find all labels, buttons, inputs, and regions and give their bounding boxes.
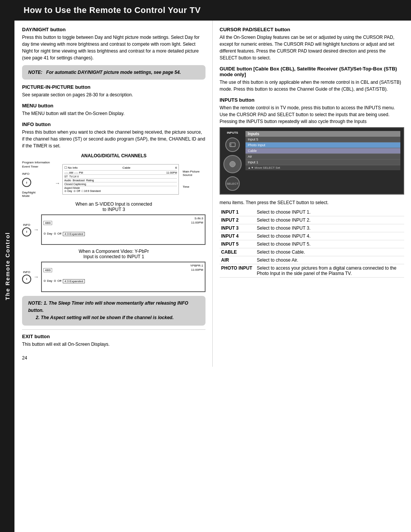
main-pic-label: Main PictureSource xyxy=(183,170,199,177)
note1-label: NOTE: xyxy=(28,70,42,75)
component-input-label: YPBPR-1 xyxy=(190,264,203,267)
inputs-button-body: When the remote control is in TV mode, p… xyxy=(220,104,404,125)
table-row: CABLESelect to choose Cable. xyxy=(220,248,404,256)
component-display: YPBPR-1 480i 11:00PM ⊙ Day ⊙ Off 4:3 Exp… xyxy=(41,262,206,292)
guide-body: The use of this button is only applicabl… xyxy=(220,79,404,93)
select-label: SELECT xyxy=(226,182,238,185)
inputs-menu-footer: ▲▼ Move SELECT Set xyxy=(245,165,400,170)
input-value: Select to choose Cable. xyxy=(255,248,404,256)
guide-title: GUIDE button [Cable Box (CBL), Satellite… xyxy=(220,66,404,77)
tv14v-label: TV-14 V xyxy=(69,175,79,178)
menu-item-4[interactable]: Input 1 xyxy=(245,160,400,165)
svideo-title-line2: to INPUT 3 xyxy=(102,207,125,212)
component-title-line1: When a Component Video: Y-PbPr xyxy=(79,249,149,254)
analog-diagram: Program Information Event Timer INFO i D… xyxy=(22,161,206,198)
menu-item-3[interactable]: Air xyxy=(245,154,400,160)
inputs-menu-title: Inputs xyxy=(245,131,400,137)
table-row: INPUT 5Select to choose INPUT 5. xyxy=(220,240,404,248)
day-night-label: Day/NightMode xyxy=(22,191,35,198)
input-value: Select to choose INPUT 2. xyxy=(255,216,404,224)
svideo-off: ⊙ Off xyxy=(54,232,61,236)
select-button-icon[interactable]: SELECT xyxy=(225,176,240,191)
standard-diag: □ 16:9 Standard xyxy=(82,190,101,193)
pip-body: See separate section on pages 28-30 for … xyxy=(22,91,206,98)
cursor-center xyxy=(229,161,236,167)
menu-body: The MENU button will start the On-Screen… xyxy=(22,110,206,117)
input-value: Select to choose INPUT 3. xyxy=(255,224,404,232)
sidebar: The Remote Control xyxy=(0,0,14,532)
off-diag: ⊙ Off xyxy=(73,190,80,193)
inputs-button-icon[interactable] xyxy=(225,137,240,152)
component-top-info: YPBPR-1 xyxy=(43,264,203,267)
left-column: DAY/NIGHT button Press this button to to… xyxy=(14,21,213,367)
input-key: INPUT 5 xyxy=(220,240,255,248)
am-pm-label: --:-- AM --:-- PM xyxy=(64,171,83,174)
input-key: CABLE xyxy=(220,248,255,256)
svideo-input-label: S-IN-3 xyxy=(194,217,203,220)
table-row: INPUT 1Select to choose INPUT 1. xyxy=(220,208,404,216)
time-label-right: Time xyxy=(183,185,189,189)
svideo-time: 11:00PM xyxy=(191,221,203,225)
sidebar-label: The Remote Control xyxy=(4,232,11,300)
daynight-title: DAY/NIGHT button xyxy=(22,27,206,32)
note-box-2: NOTE: 1. The Sleep Timer info will show … xyxy=(22,296,206,326)
svideo-day: ⊙ Day xyxy=(43,232,52,236)
input-value: Select to choose INPUT 1. xyxy=(255,208,404,216)
exit-body: This button will exit all On-Screen Disp… xyxy=(22,341,206,348)
component-diagram-row: INFO i → YPBPR-1 480i 11:00PM ⊙ Day xyxy=(22,262,206,292)
page-title: How to Use the Remote to Control Your TV xyxy=(24,5,201,15)
inputs-label: INPUTS xyxy=(227,131,238,134)
cursor-title: CURSOR PAD/SELECT button xyxy=(220,27,404,32)
note2-item1: 1. The Sleep Timer info will show moment… xyxy=(28,300,188,313)
cursor-body: All the On-Screen Display features can b… xyxy=(220,34,404,61)
exit-title: EXIT button xyxy=(22,334,206,339)
no-info-label: ☐ No Info xyxy=(64,166,78,169)
inputs-panel: INPUTS SELECT xyxy=(220,127,404,195)
table-row: INPUT 3Select to choose INPUT 3. xyxy=(220,224,404,232)
input-key: PHOTO INPUT xyxy=(220,264,255,278)
input-key: INPUT 2 xyxy=(220,216,255,224)
content-area: DAY/NIGHT button Press this button to to… xyxy=(14,21,411,367)
table-row: INPUT 2Select to choose INPUT 2. xyxy=(220,216,404,224)
arrow-1: → xyxy=(55,180,60,186)
svideo-title-line1: When an S-VIDEO Input is connected xyxy=(75,201,152,207)
input-value: Select to access your pictures from a di… xyxy=(255,264,404,278)
note-box-1: NOTE: For automatic DAY/NIGHT picture mo… xyxy=(22,65,206,80)
menu-item-0[interactable]: Input 5 xyxy=(245,137,400,142)
inputs-menu: Inputs Input 5 Photo Input Cable Air Inp… xyxy=(245,131,400,170)
day-diag: ⊙ Day xyxy=(64,190,72,193)
input-key: AIR xyxy=(220,256,255,264)
component-title: When a Component Video: Y-PbPr Input is … xyxy=(22,249,206,259)
component-off: ⊙ Off xyxy=(54,279,61,283)
page-number: 24 xyxy=(22,355,206,361)
info-body: Press this button when you want to check… xyxy=(22,129,206,149)
input-key: INPUT 3 xyxy=(220,224,255,232)
svideo-title: When an S-VIDEO Input is connected to IN… xyxy=(22,201,206,212)
inputs-menu-panel: Inputs Input 5 Photo Input Cable Air Inp… xyxy=(245,131,400,170)
channel-display: ☐ No Info Cable 6 --:-- AM --:-- PM 11:0… xyxy=(62,164,179,195)
inputs-button-title: INPUTS button xyxy=(220,97,404,103)
daynight-body: Press this button to toggle between Day … xyxy=(22,34,206,61)
component-day: ⊙ Day xyxy=(43,279,52,283)
time-label-diag: 11:00PM xyxy=(166,171,177,174)
svideo-top-info: S-IN-3 xyxy=(43,217,203,220)
page-header: How to Use the Remote to Control Your TV xyxy=(14,0,411,21)
svideo-arrow: → xyxy=(33,227,39,233)
component-info-label: INFO xyxy=(23,270,30,274)
component-info-circle: i xyxy=(22,275,31,284)
menu-item-2[interactable]: Cable xyxy=(245,148,400,154)
cursor-pad-icon[interactable] xyxy=(223,155,242,173)
inputs-table: INPUT 1Select to choose INPUT 1.INPUT 2S… xyxy=(220,208,404,278)
component-resolution: 480i xyxy=(43,268,52,272)
info-title: INFO button xyxy=(22,121,206,127)
prog-info-label: Program Information xyxy=(22,161,50,164)
input-key: INPUT 4 xyxy=(220,232,255,240)
right-column: CURSOR PAD/SELECT button All the On-Scre… xyxy=(213,21,411,367)
component-bottom-row: ⊙ Day ⊙ Off 4:3 Expanded xyxy=(43,279,203,283)
menu-item-1[interactable]: Photo Input xyxy=(245,142,400,148)
inputs-icon-col: INPUTS SELECT xyxy=(223,131,242,191)
table-row: PHOTO INPUTSelect to access your picture… xyxy=(220,264,404,278)
component-section: When a Component Video: Y-PbPr Input is … xyxy=(22,249,206,292)
audio-label: Audio xyxy=(64,179,71,182)
closed-caption-label: Closed Captioning xyxy=(64,183,86,185)
